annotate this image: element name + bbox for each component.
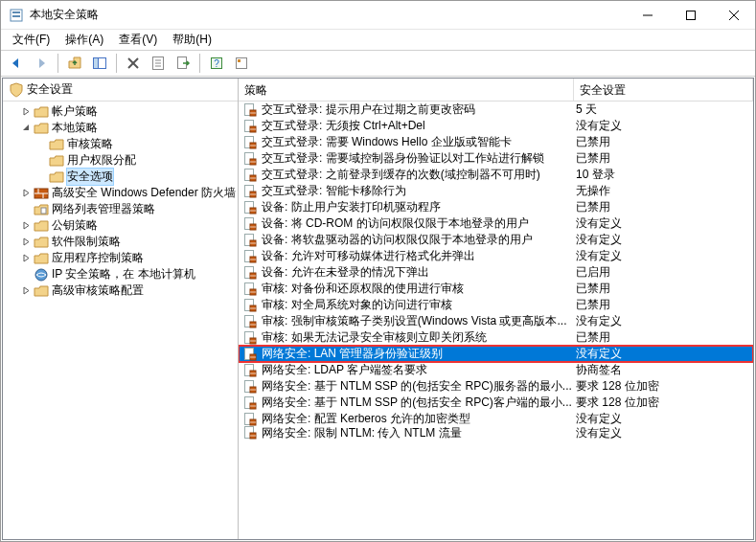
setting-cell: 没有定义 (574, 313, 753, 329)
policy-cell: 审核: 如果无法记录安全审核则立即关闭系统 (239, 329, 574, 346)
tree-pane[interactable]: 安全设置 帐户策略本地策略审核策略用户权限分配安全选项高级安全 Windows … (3, 79, 239, 539)
setting-cell: 已禁用 (574, 329, 753, 346)
list-row[interactable]: 交互式登录: 需要 Windows Hello 企业版或智能卡已禁用 (239, 134, 753, 150)
setting-cell: 5 天 (574, 102, 753, 118)
tree-item[interactable]: 帐户策略 (3, 103, 238, 120)
list-row[interactable]: 网络安全: 基于 NTLM SSP 的(包括安全 RPC)服务器的最小...要求… (239, 378, 753, 395)
tree-item[interactable]: 安全选项 (3, 169, 238, 185)
setting-cell: 没有定义 (574, 248, 753, 264)
list-row[interactable]: 交互式登录: 智能卡移除行为无操作 (239, 183, 753, 199)
ipsec-icon (34, 267, 49, 282)
tree-header[interactable]: 安全设置 (3, 79, 238, 102)
policy-cell: 交互式登录: 需要 Windows Hello 企业版或智能卡 (239, 134, 574, 150)
list-row[interactable]: 设备: 允许对可移动媒体进行格式化并弹出没有定义 (239, 248, 753, 264)
tree-item[interactable]: 本地策略 (3, 120, 238, 136)
properties-button[interactable] (147, 53, 170, 74)
help-button[interactable] (230, 53, 253, 74)
policy-icon (242, 151, 258, 167)
column-policy[interactable]: 策略 (239, 79, 574, 101)
setting-cell: 无操作 (574, 183, 753, 199)
list-body[interactable]: 交互式登录: 提示用户在过期之前更改密码5 天交互式登录: 无须按 Ctrl+A… (239, 102, 753, 539)
list-row[interactable]: 设备: 将 CD-ROM 的访问权限仅限于本地登录的用户没有定义 (239, 215, 753, 232)
menu-help[interactable]: 帮助(H) (165, 30, 219, 50)
list-pane: 策略 安全设置 交互式登录: 提示用户在过期之前更改密码5 天交互式登录: 无须… (239, 79, 753, 539)
policy-label: 交互式登录: 无须按 Ctrl+Alt+Del (262, 118, 425, 134)
list-row[interactable]: 审核: 如果无法记录安全审核则立即关闭系统已禁用 (239, 329, 753, 346)
policy-cell: 交互式登录: 无须按 Ctrl+Alt+Del (239, 118, 574, 134)
policy-cell: 审核: 强制审核策略子类别设置(Windows Vista 或更高版本... (239, 313, 574, 329)
list-row[interactable]: 审核: 强制审核策略子类别设置(Windows Vista 或更高版本...没有… (239, 313, 753, 329)
expand-icon[interactable] (18, 283, 34, 299)
back-button[interactable] (5, 53, 28, 74)
export-button[interactable] (172, 53, 195, 74)
column-setting[interactable]: 安全设置 (574, 79, 753, 101)
policy-cell: 设备: 将 CD-ROM 的访问权限仅限于本地登录的用户 (239, 215, 574, 232)
expand-icon[interactable] (18, 251, 34, 266)
menu-file[interactable]: 文件(F) (5, 30, 57, 50)
policy-label: 交互式登录: 需要 Windows Hello 企业版或智能卡 (262, 134, 512, 150)
svg-rect-8 (94, 58, 99, 69)
list-row[interactable]: 网络安全: LDAP 客户端签名要求协商签名 (239, 362, 753, 378)
forward-button[interactable] (30, 53, 53, 74)
list-row[interactable]: 网络安全: 基于 NTLM SSP 的(包括安全 RPC)客户端的最小...要求… (239, 395, 753, 411)
refresh-button[interactable]: ? (205, 53, 228, 74)
policy-cell: 交互式登录: 提示用户在过期之前更改密码 (239, 102, 574, 118)
up-button[interactable] (63, 53, 86, 74)
minimize-button[interactable] (626, 1, 669, 29)
menu-view[interactable]: 查看(V) (111, 30, 165, 50)
policy-cell: 网络安全: LAN 管理器身份验证级别 (239, 346, 574, 362)
svg-rect-1 (12, 11, 20, 13)
list-row[interactable]: 设备: 将软盘驱动器的访问权限仅限于本地登录的用户没有定义 (239, 232, 753, 248)
list-row[interactable]: 交互式登录: 之前登录到缓存的次数(域控制器不可用时)10 登录 (239, 167, 753, 183)
menu-action[interactable]: 操作(A) (57, 30, 111, 50)
policy-icon (242, 379, 258, 395)
expand-icon[interactable] (18, 186, 34, 201)
expand-icon[interactable] (18, 218, 34, 234)
tree-item[interactable]: 应用程序控制策略 (3, 250, 238, 266)
tree-item[interactable]: 软件限制策略 (3, 234, 238, 250)
tree-item[interactable]: 用户权限分配 (3, 152, 238, 169)
policy-icon (242, 102, 258, 118)
tree-item-label: 审核策略 (67, 136, 113, 152)
expand-icon[interactable] (18, 235, 34, 250)
expand-icon (34, 153, 49, 169)
list-row[interactable]: 交互式登录: 无须按 Ctrl+Alt+Del没有定义 (239, 118, 753, 134)
list-row[interactable]: 审核: 对备份和还原权限的使用进行审核已禁用 (239, 281, 753, 297)
tree-item[interactable]: 网络列表管理器策略 (3, 201, 238, 217)
tree-item[interactable]: 高级安全 Windows Defender 防火墙 (3, 185, 238, 201)
list-row[interactable]: 设备: 允许在未登录的情况下弹出已启用 (239, 264, 753, 281)
toolbar: ? (1, 50, 755, 77)
policy-label: 设备: 允许对可移动媒体进行格式化并弹出 (262, 248, 475, 264)
list-row[interactable]: 设备: 防止用户安装打印机驱动程序已禁用 (239, 199, 753, 215)
delete-button[interactable] (122, 53, 145, 74)
show-hide-tree-button[interactable] (88, 53, 111, 74)
setting-cell: 没有定义 (574, 118, 753, 134)
content-area: 安全设置 帐户策略本地策略审核策略用户权限分配安全选项高级安全 Windows … (2, 78, 754, 540)
folder-icon (49, 153, 64, 169)
setting-cell: 已启用 (574, 264, 753, 281)
maximize-button[interactable] (669, 1, 712, 29)
folder-icon (49, 137, 64, 152)
list-row[interactable]: 审核: 对全局系统对象的访问进行审核已禁用 (239, 297, 753, 313)
tree-item[interactable]: IP 安全策略，在 本地计算机 (3, 266, 238, 282)
folder-icon (34, 104, 49, 120)
policy-label: 网络安全: LAN 管理器身份验证级别 (262, 346, 443, 362)
list-row[interactable]: 交互式登录: 提示用户在过期之前更改密码5 天 (239, 102, 753, 118)
firewall-icon (34, 186, 49, 201)
tree-item[interactable]: 审核策略 (3, 136, 238, 152)
policy-label: 审核: 如果无法记录安全审核则立即关闭系统 (262, 329, 487, 346)
list-row[interactable]: 网络安全: 限制 NTLM: 传入 NTLM 流量没有定义 (239, 427, 753, 439)
policy-cell: 设备: 将软盘驱动器的访问权限仅限于本地登录的用户 (239, 232, 574, 248)
policy-icon (242, 363, 258, 378)
close-button[interactable] (712, 1, 755, 29)
folder-icon (34, 251, 49, 266)
list-row[interactable]: 交互式登录: 需要域控制器身份验证以对工作站进行解锁已禁用 (239, 150, 753, 167)
svg-rect-2 (12, 15, 20, 17)
tree-item[interactable]: 高级审核策略配置 (3, 282, 238, 299)
svg-rect-4 (686, 11, 695, 19)
collapse-icon[interactable] (18, 121, 34, 136)
list-row[interactable]: 网络安全: LAN 管理器身份验证级别没有定义 (239, 346, 753, 362)
expand-icon[interactable] (18, 104, 34, 120)
policy-label: 设备: 将软盘驱动器的访问权限仅限于本地登录的用户 (262, 232, 533, 248)
tree-item[interactable]: 公钥策略 (3, 217, 238, 234)
